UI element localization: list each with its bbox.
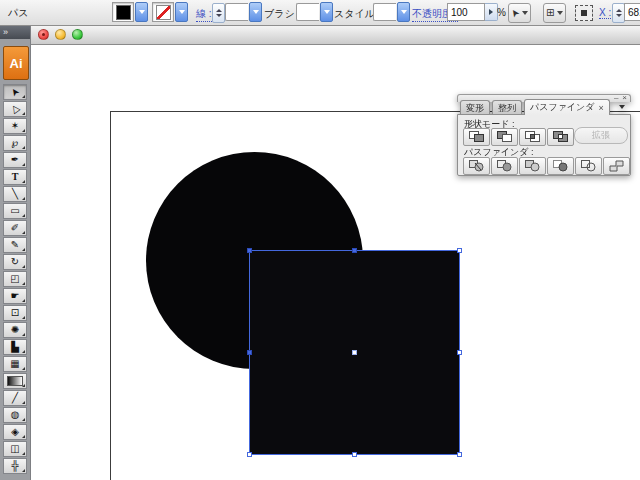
align-button[interactable]: ⊞ [543,3,566,23]
isolate-selection-icon[interactable] [575,5,593,21]
shape-mode-minus-front-button[interactable] [491,128,518,146]
selection-handle-bottom-center[interactable] [352,452,357,457]
select-similar-button[interactable]: ➤ [508,3,531,23]
selection-handle-top-left[interactable] [247,248,252,253]
pathfinder-outline-button[interactable] [575,157,602,175]
pathfinder-minus-back-button[interactable] [603,157,630,175]
mesh-tool[interactable]: ▦ [3,356,27,372]
stroke-none-swatch[interactable] [156,5,171,20]
select-similar-icon: ➤ [509,7,522,20]
tab-close-icon[interactable]: × [598,103,603,113]
align-dropdown-icon[interactable] [557,11,563,15]
minus-front-icon [497,131,512,143]
stroke-weight-combo[interactable] [225,3,262,21]
blend-tool[interactable]: ◍ [3,407,27,423]
stroke-color-well[interactable] [152,3,188,21]
stroke-weight-stepper[interactable] [212,3,225,23]
slice-tool-icon: ╬ [11,461,18,471]
crop-icon [553,160,569,172]
shape-mode-unite-button[interactable] [463,128,490,146]
pathfinder-divide-button[interactable] [463,157,490,175]
style-field [373,3,396,21]
selection-handle-bottom-right[interactable] [457,452,462,457]
paintbrush-tool-icon: ✐ [11,223,19,233]
window-minimize-button[interactable] [55,29,66,40]
percent-label: % [497,7,506,18]
symbol-sprayer-tool[interactable]: ✺ [3,322,27,338]
line-segment-tool[interactable]: ╲ [3,186,27,202]
pathfinder-crop-button[interactable] [547,157,574,175]
toolbox-collapse-button[interactable]: » [0,25,30,39]
selection-handle-bottom-left[interactable] [247,452,252,457]
window-titlebar[interactable] [30,25,640,45]
fill-color-well[interactable] [112,3,148,21]
type-tool[interactable]: T [3,169,27,185]
eyedropper-tool-icon: ╱ [12,393,18,403]
stroke-weight-dropdown-icon[interactable] [249,2,262,22]
palette-close-icon[interactable]: × [622,94,627,102]
slice-tool[interactable]: ╬ [3,458,27,474]
palette-minimize-icon[interactable]: – [614,94,618,102]
eyedropper-tool[interactable]: ╱ [3,390,27,406]
graph-tool[interactable]: ▙ [3,339,27,355]
selection-handle-top-right[interactable] [457,248,462,253]
brush-label: ブラシ : [264,7,300,21]
direct-selection-tool[interactable]: ▷ [3,101,27,117]
control-bar: パス 線 : ブラシ : スタイル : 不透明度 : 100 % ➤ ⊞ X : [0,0,640,26]
shape-mode-intersect-button[interactable] [519,128,546,146]
fill-color-swatch[interactable] [116,5,131,20]
rotate-tool-icon: ↻ [11,257,19,267]
magic-wand-tool[interactable]: ✶ [3,118,27,134]
window-zoom-button[interactable] [72,29,83,40]
free-transform-tool[interactable]: ⊡ [3,305,27,321]
select-similar-dropdown-icon[interactable] [522,11,528,15]
selection-handle-middle-right[interactable] [457,350,462,355]
rotate-tool[interactable]: ↻ [3,254,27,270]
fill-color-dropdown-icon[interactable] [135,2,148,22]
tab-transform[interactable]: 変形 [460,100,490,115]
selection-handle-top-center[interactable] [352,248,357,253]
live-paint-bucket-tool-icon: ◈ [11,427,19,437]
palette-menu-icon[interactable] [614,102,629,114]
scale-tool[interactable]: ◰ [3,271,27,287]
gradient-tool[interactable] [3,373,27,389]
expand-button[interactable]: 拡張 [574,127,628,144]
paintbrush-tool[interactable]: ✐ [3,220,27,236]
stroke-color-dropdown-icon[interactable] [175,2,188,22]
outline-icon [581,160,597,172]
pathfinder-palette: – × 変形 整列 パスファインダ × 形状モード : [457,94,631,178]
fill-swatch-frame [112,2,134,22]
brush-combo[interactable] [296,3,333,21]
blend-tool-icon: ◍ [11,410,20,420]
selection-handle-middle-left[interactable] [247,350,252,355]
window-close-button[interactable] [38,29,49,40]
symbol-sprayer-tool-icon: ✺ [11,325,19,335]
selection-tool[interactable]: ➤ [3,84,27,100]
tab-align[interactable]: 整列 [492,100,522,115]
style-dropdown-icon[interactable] [397,2,410,22]
lasso-tool-icon: ℘ [12,138,19,148]
tab-pathfinder[interactable]: パスファインダ × [524,99,610,115]
rectangle-tool[interactable]: ▭ [3,203,27,219]
divide-icon [469,160,485,172]
warp-tool[interactable]: ☛ [3,288,27,304]
pathfinder-merge-button[interactable] [519,157,546,175]
x-position-link[interactable]: X : [599,7,611,19]
opacity-input[interactable]: 100 [447,3,485,21]
pencil-tool[interactable]: ✎ [3,237,27,253]
pathfinder-trim-button[interactable] [491,157,518,175]
lasso-tool[interactable]: ℘ [3,135,27,151]
live-paint-selection-tool[interactable]: ◫ [3,441,27,457]
toolbox-palette: » Ai ➤▷✶℘✒T╲▭✐✎↻◰☛⊡✺▙▦╱◍◈◫╬ [0,25,31,480]
x-position-input[interactable]: 68.987 [624,3,640,21]
stroke-weight-field[interactable] [225,3,248,21]
shape-mode-exclude-button[interactable] [547,128,574,146]
pen-tool-icon: ✒ [11,155,19,165]
gradient-tool-icon [7,376,23,386]
stroke-weight-link[interactable]: 線 : [196,7,212,22]
direct-selection-tool-icon: ▷ [9,103,22,115]
style-combo[interactable] [373,3,410,21]
live-paint-bucket-tool[interactable]: ◈ [3,424,27,440]
pen-tool[interactable]: ✒ [3,152,27,168]
brush-dropdown-icon[interactable] [320,2,333,22]
